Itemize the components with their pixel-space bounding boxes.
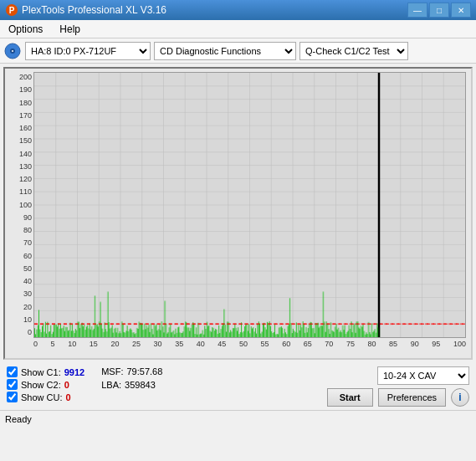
info-button[interactable]: i bbox=[451, 388, 469, 407]
chart-area bbox=[33, 72, 466, 338]
lba-row: LBA: 359843 bbox=[101, 380, 162, 390]
app-title: PlexTools Professional XL V3.16 bbox=[22, 4, 166, 16]
bottom-panel: Show C1: 9912 Show C2: 0 Show CU: 0 MSF:… bbox=[0, 363, 476, 410]
x-label-65: 65 bbox=[304, 340, 312, 348]
y-label-60: 60 bbox=[7, 253, 32, 260]
y-label-160: 160 bbox=[7, 125, 32, 132]
x-label-50: 50 bbox=[239, 340, 248, 348]
preferences-button[interactable]: Preferences bbox=[378, 388, 446, 407]
drive-icon bbox=[3, 42, 22, 60]
x-label-90: 90 bbox=[411, 340, 419, 348]
y-label-190: 190 bbox=[7, 86, 32, 94]
y-label-170: 170 bbox=[7, 112, 32, 120]
test-select[interactable]: Q-Check C1/C2 Test bbox=[299, 42, 408, 60]
c2-checkbox[interactable] bbox=[7, 379, 18, 390]
c2-row: Show C2: 0 bbox=[7, 379, 84, 390]
c1-checkbox[interactable] bbox=[7, 366, 18, 377]
y-label-150: 150 bbox=[7, 137, 32, 145]
c1-label: Show C1: bbox=[21, 367, 61, 377]
y-label-0: 0 bbox=[7, 329, 32, 336]
cu-value: 0 bbox=[66, 392, 71, 402]
y-label-140: 140 bbox=[7, 151, 32, 158]
y-label-20: 20 bbox=[7, 304, 32, 311]
window-controls: — □ ✕ bbox=[407, 3, 471, 18]
maximize-button[interactable]: □ bbox=[429, 3, 449, 18]
menu-options[interactable]: Options bbox=[5, 22, 46, 37]
svg-text:P: P bbox=[9, 6, 15, 15]
menu-help[interactable]: Help bbox=[56, 22, 84, 37]
y-label-200: 200 bbox=[7, 74, 32, 81]
x-label-10: 10 bbox=[68, 340, 76, 348]
x-label-20: 20 bbox=[110, 340, 119, 348]
title-bar: P PlexTools Professional XL V3.16 — □ ✕ bbox=[0, 0, 476, 20]
cu-checkbox[interactable] bbox=[7, 392, 18, 402]
msf-label: MSF: bbox=[101, 366, 123, 376]
x-label-70: 70 bbox=[325, 340, 333, 348]
y-axis: 200 190 180 170 160 150 140 130 120 110 … bbox=[5, 72, 33, 338]
app-icon: P bbox=[5, 3, 18, 17]
stats-section: MSF: 79:57.68 LBA: 359843 bbox=[101, 366, 162, 390]
lba-label: LBA: bbox=[101, 380, 121, 390]
status-text: Ready bbox=[5, 414, 32, 424]
x-label-35: 35 bbox=[175, 340, 183, 348]
y-label-100: 100 bbox=[7, 202, 32, 209]
x-label-85: 85 bbox=[389, 340, 397, 348]
c1-value: 9912 bbox=[64, 367, 84, 377]
chart-container: 200 190 180 170 160 150 140 130 120 110 … bbox=[3, 67, 473, 360]
chart-canvas bbox=[34, 73, 465, 337]
close-button[interactable]: ✕ bbox=[451, 3, 471, 18]
y-label-70: 70 bbox=[7, 239, 32, 247]
toolbar: HA:8 ID:0 PX-712UF CD Diagnostic Functio… bbox=[0, 38, 476, 64]
y-label-110: 110 bbox=[7, 188, 32, 196]
x-label-95: 95 bbox=[432, 340, 440, 348]
y-label-10: 10 bbox=[7, 316, 32, 324]
speed-select[interactable]: 10-24 X CAV 4 X CLV 8 X CLV 16 X CLV 24 … bbox=[377, 366, 469, 385]
y-label-130: 130 bbox=[7, 163, 32, 171]
checkboxes-panel: Show C1: 9912 Show C2: 0 Show CU: 0 bbox=[7, 366, 84, 402]
msf-row: MSF: 79:57.68 bbox=[101, 366, 162, 376]
function-select[interactable]: CD Diagnostic Functions bbox=[154, 42, 296, 60]
c1-row: Show C1: 9912 bbox=[7, 366, 84, 377]
buttons-row: Start Preferences i bbox=[327, 388, 469, 407]
x-label-100: 100 bbox=[453, 340, 466, 348]
x-label-25: 25 bbox=[132, 340, 141, 348]
svg-point-4 bbox=[12, 50, 13, 52]
x-axis: 0 5 10 15 20 25 30 35 40 45 50 55 60 65 … bbox=[33, 338, 466, 358]
menu-bar: Options Help bbox=[0, 20, 476, 38]
x-label-0: 0 bbox=[33, 340, 38, 348]
lba-value: 359843 bbox=[125, 380, 156, 390]
c2-value: 0 bbox=[64, 380, 69, 390]
c2-label: Show C2: bbox=[21, 380, 61, 390]
x-label-55: 55 bbox=[261, 340, 269, 348]
y-label-80: 80 bbox=[7, 227, 32, 234]
x-label-40: 40 bbox=[197, 340, 205, 348]
x-label-60: 60 bbox=[282, 340, 290, 348]
y-label-40: 40 bbox=[7, 278, 32, 285]
cu-label: Show CU: bbox=[21, 392, 63, 402]
x-label-15: 15 bbox=[90, 340, 98, 348]
y-label-90: 90 bbox=[7, 214, 32, 222]
y-label-180: 180 bbox=[7, 100, 32, 107]
status-bar: Ready bbox=[0, 410, 476, 427]
start-button[interactable]: Start bbox=[327, 388, 373, 407]
x-label-75: 75 bbox=[346, 340, 355, 348]
x-label-5: 5 bbox=[51, 340, 55, 348]
minimize-button[interactable]: — bbox=[407, 3, 427, 18]
right-controls: 10-24 X CAV 4 X CLV 8 X CLV 16 X CLV 24 … bbox=[327, 366, 469, 407]
y-label-50: 50 bbox=[7, 265, 32, 273]
x-label-30: 30 bbox=[154, 340, 162, 348]
y-label-30: 30 bbox=[7, 290, 32, 298]
msf-value: 79:57.68 bbox=[126, 366, 162, 376]
x-label-80: 80 bbox=[368, 340, 376, 348]
drive-select[interactable]: HA:8 ID:0 PX-712UF bbox=[25, 42, 151, 60]
cu-row: Show CU: 0 bbox=[7, 392, 84, 402]
x-label-45: 45 bbox=[218, 340, 226, 348]
y-label-120: 120 bbox=[7, 176, 32, 183]
